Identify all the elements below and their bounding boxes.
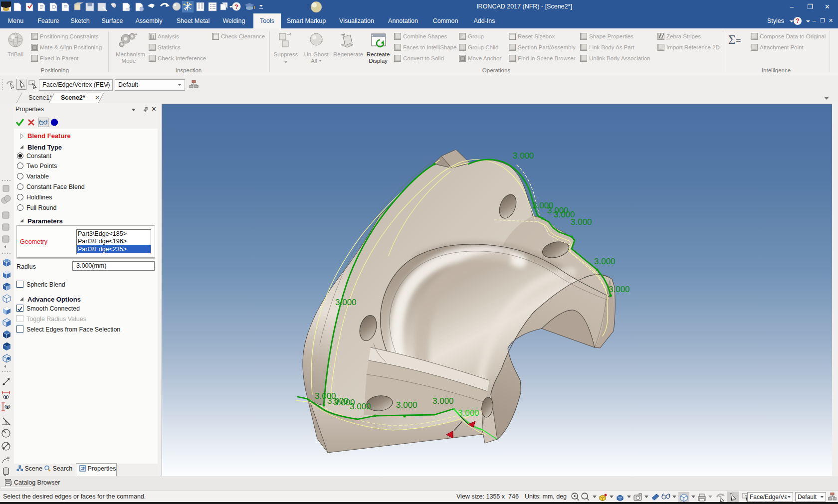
svg-text:3.000: 3.000 (458, 408, 479, 418)
svg-text:3.000: 3.000 (513, 151, 534, 161)
svg-text:3.000: 3.000 (396, 400, 418, 410)
svg-text:3.000: 3.000 (432, 396, 454, 406)
svg-text:3.000: 3.000 (594, 257, 616, 266)
svg-text:3.000: 3.000 (335, 298, 357, 307)
svg-text:3.000: 3.000 (350, 402, 371, 411)
svg-text:✦: ✦ (134, 32, 138, 37)
svg-text:3.000: 3.000 (571, 217, 592, 227)
svg-text:3.000: 3.000 (609, 285, 630, 294)
